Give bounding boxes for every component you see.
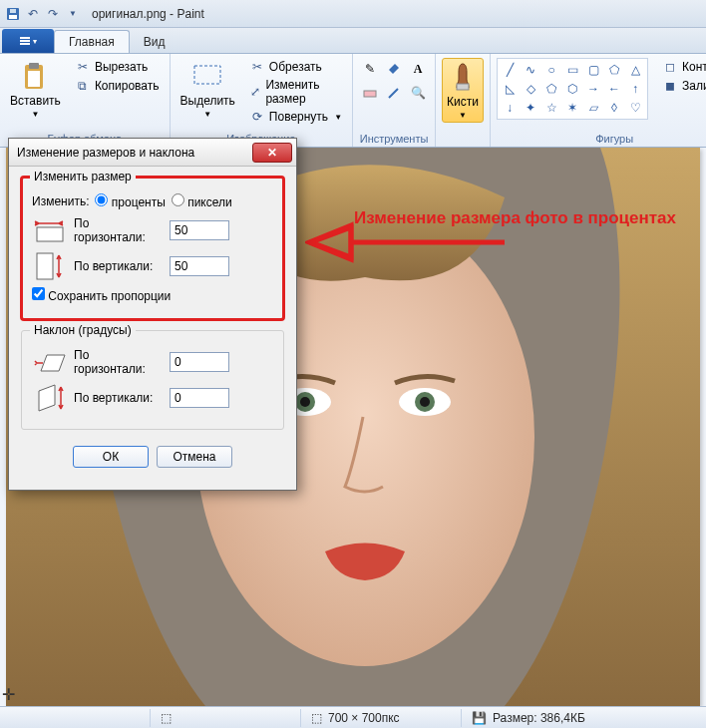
group-clipboard: Вставить ▼ ✂Вырезать ⧉Копировать Буфер о… (0, 54, 171, 147)
shape-star5[interactable]: ☆ (541, 99, 561, 117)
shape-star6[interactable]: ✶ (562, 99, 582, 117)
resize-fieldset: Изменить размер Изменить: проценты пиксе… (21, 177, 284, 320)
cut-button[interactable]: ✂Вырезать (71, 58, 164, 76)
shape-arrow-l[interactable]: ← (604, 80, 624, 98)
radio-percent[interactable]: проценты (95, 193, 165, 209)
status-filesize: Размер: 386,4КБ (493, 711, 585, 725)
save-icon[interactable] (4, 5, 22, 23)
rotate-icon: ⟳ (249, 109, 265, 125)
tab-home[interactable]: Главная (54, 30, 130, 53)
shape-arrow-d[interactable]: ↓ (500, 99, 520, 117)
shape-line[interactable]: ╱ (500, 61, 520, 79)
vertical-resize-icon (32, 251, 68, 281)
picker-tool[interactable] (383, 82, 405, 104)
fill-tool[interactable] (383, 58, 405, 80)
zoom-tool[interactable]: 🔍 (407, 82, 429, 104)
cancel-button[interactable]: Отмена (157, 446, 232, 468)
group-label: Фигуры (497, 133, 706, 145)
tab-view[interactable]: Вид (130, 31, 179, 53)
select-icon (191, 60, 223, 92)
select-button[interactable]: Выделить ▼ (176, 58, 239, 121)
svg-rect-20 (37, 227, 63, 241)
resize-icon: ⤢ (249, 84, 262, 100)
fill-button[interactable]: ◼Заливка (658, 77, 706, 95)
skew-legend: Наклон (градусы) (30, 323, 136, 337)
shapes-gallery[interactable]: ╱ ∿ ○ ▭ ▢ ⬠ △ ◺ ◇ ⬠ ⬡ → ← ↑ ↓ ✦ ☆ ✶ ▱ ◊ (497, 58, 648, 120)
rotate-button[interactable]: ⟳Повернуть▼ (245, 108, 346, 126)
shape-polygon[interactable]: ⬠ (604, 61, 624, 79)
brush-icon (447, 61, 479, 93)
shape-callout2[interactable]: ◊ (604, 99, 624, 117)
pencil-tool[interactable]: ✎ (359, 58, 381, 80)
skew-h-label: По горизонтали: (74, 348, 164, 376)
group-brushes: Кисти ▼ (436, 54, 491, 147)
eraser-tool[interactable] (359, 82, 381, 104)
scissors-icon: ✂ (75, 59, 91, 75)
disk-icon: 💾 (472, 711, 487, 725)
ribbon-tabs: ▾ Главная Вид (0, 28, 706, 54)
shape-curve[interactable]: ∿ (521, 61, 540, 79)
shape-callout[interactable]: ▱ (583, 99, 603, 117)
vertical-label: По вертикали: (74, 259, 164, 273)
shape-triangle[interactable]: △ (625, 61, 645, 79)
ok-button[interactable]: ОК (73, 446, 149, 468)
svg-rect-7 (29, 63, 39, 69)
shape-heart[interactable]: ♡ (625, 99, 645, 117)
qat-dropdown-icon[interactable]: ▼ (64, 5, 82, 23)
radio-pixels[interactable]: пиксели (172, 193, 232, 209)
dimensions-icon: ⬚ (311, 711, 322, 725)
crop-button[interactable]: ✂Обрезать (245, 58, 346, 76)
skew-v-label: По вертикали: (74, 391, 164, 405)
shape-hexagon[interactable]: ⬡ (562, 80, 582, 98)
copy-icon: ⧉ (75, 78, 91, 94)
shape-rect[interactable]: ▭ (562, 61, 582, 79)
svg-rect-2 (10, 9, 16, 13)
shape-roundrect[interactable]: ▢ (583, 61, 603, 79)
chevron-down-icon: ▼ (203, 110, 211, 119)
svg-rect-9 (194, 66, 220, 84)
chevron-down-icon: ▼ (31, 110, 39, 119)
shape-diamond[interactable]: ◇ (521, 80, 540, 98)
svg-rect-1 (9, 15, 17, 19)
resize-dialog: Изменение размеров и наклона ✕ Изменить … (8, 138, 297, 491)
shape-oval[interactable]: ○ (541, 61, 561, 79)
paste-button[interactable]: Вставить ▼ (6, 58, 65, 121)
horizontal-label: По горизонтали: (74, 216, 164, 244)
svg-rect-3 (20, 37, 30, 39)
file-tab[interactable]: ▾ (2, 29, 54, 53)
horizontal-input[interactable] (170, 220, 229, 240)
shape-pentagon[interactable]: ⬠ (541, 80, 561, 98)
status-dimensions: 700 × 700пкс (328, 711, 400, 725)
horizontal-skew-icon (32, 347, 68, 377)
copy-button[interactable]: ⧉Копировать (71, 77, 164, 95)
status-bar: ⬚ ⬚700 × 700пкс 💾Размер: 386,4КБ (0, 706, 706, 728)
outline-button[interactable]: ◻Контур (658, 58, 706, 76)
svg-point-16 (300, 397, 310, 407)
text-tool[interactable]: A (407, 58, 429, 80)
dialog-title: Изменение размеров и наклона (17, 146, 194, 160)
undo-icon[interactable]: ↶ (24, 5, 42, 23)
keep-ratio-checkbox[interactable]: Сохранить пропорции (32, 287, 171, 303)
shape-rtriangle[interactable]: ◺ (500, 80, 520, 98)
outline-icon: ◻ (662, 59, 678, 75)
skew-h-input[interactable] (170, 352, 229, 372)
close-button[interactable]: ✕ (252, 143, 292, 163)
crop-icon: ✂ (249, 59, 265, 75)
shape-star4[interactable]: ✦ (521, 99, 540, 117)
shape-arrow-r[interactable]: → (583, 80, 603, 98)
resize-button[interactable]: ⤢Изменить размер (245, 77, 346, 107)
annotation-arrow-icon (305, 215, 505, 269)
shape-arrow-u[interactable]: ↑ (625, 80, 645, 98)
resize-legend: Изменить размер (30, 170, 136, 183)
brushes-button[interactable]: Кисти ▼ (442, 58, 484, 123)
skew-v-input[interactable] (170, 388, 229, 408)
dialog-titlebar[interactable]: Изменение размеров и наклона ✕ (9, 139, 296, 167)
paste-icon (19, 60, 51, 92)
vertical-input[interactable] (170, 256, 229, 276)
group-shapes: ╱ ∿ ○ ▭ ▢ ⬠ △ ◺ ◇ ⬠ ⬡ → ← ↑ ↓ ✦ ☆ ✶ ▱ ◊ (491, 54, 706, 147)
redo-icon[interactable]: ↷ (44, 5, 62, 23)
title-bar: ↶ ↷ ▼ оригинал.png - Paint (0, 0, 706, 28)
svg-rect-4 (20, 40, 30, 42)
ribbon: Вставить ▼ ✂Вырезать ⧉Копировать Буфер о… (0, 54, 706, 148)
vertical-skew-icon (32, 383, 68, 413)
